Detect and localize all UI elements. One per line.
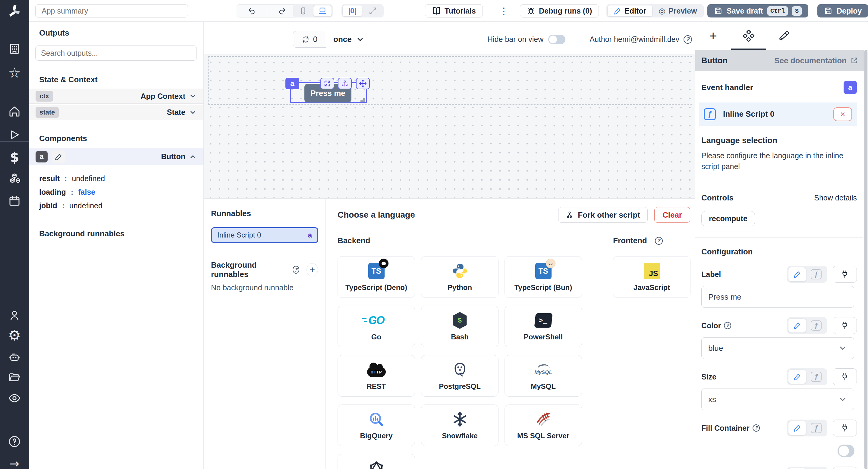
windmill-logo[interactable] — [0, 4, 29, 19]
lang-python[interactable]: Python — [421, 256, 498, 298]
app-summary-input[interactable] — [35, 4, 188, 18]
runnable-inline-script-0[interactable]: Inline Script 0 a — [211, 227, 318, 243]
save-draft-button[interactable]: Save draft Ctrl S — [707, 4, 808, 18]
redo-button[interactable] — [267, 4, 297, 17]
lang-rest[interactable]: HTTP REST — [338, 355, 415, 397]
resources-boxes-icon[interactable] — [0, 173, 29, 185]
search-outputs-input[interactable] — [35, 45, 197, 61]
connect-plug-button[interactable] — [833, 368, 857, 385]
more-menu-icon[interactable]: ⋮ — [498, 4, 510, 18]
expr-mode-button[interactable]: ƒ — [806, 372, 826, 382]
app-canvas[interactable]: 0 once Hide bar on view Author henri@win… — [204, 22, 695, 198]
run-mode-dropdown[interactable]: once — [333, 31, 364, 48]
center-layout-button[interactable]: |0| — [342, 5, 362, 17]
prop-result[interactable]: result:undefined — [39, 174, 204, 183]
static-mode-button[interactable] — [788, 468, 806, 469]
deploy-button[interactable]: Deploy — [817, 4, 868, 18]
lang-typescript-bun[interactable]: TS TypeScript (Bun) — [504, 256, 582, 298]
help-icon[interactable] — [0, 435, 29, 448]
label-input[interactable] — [701, 286, 854, 308]
size-select[interactable]: xs — [701, 388, 854, 410]
settings-gear-icon[interactable]: ⚙ — [0, 327, 29, 344]
refresh-count-button[interactable]: 0 — [293, 31, 326, 48]
folders-icon[interactable] — [0, 371, 29, 384]
lang-go[interactable]: GO Go — [338, 306, 415, 347]
static-mode-button[interactable] — [788, 267, 806, 282]
lang-mssql[interactable]: MS SQL Server — [504, 405, 582, 446]
static-mode-button[interactable] — [788, 370, 806, 384]
info-icon[interactable]: ? — [655, 237, 663, 245]
lang-typescript-deno[interactable]: TS TypeScript (Deno) — [338, 256, 415, 298]
apps-icon[interactable] — [0, 43, 29, 55]
lang-javascript[interactable]: JS JavaScript — [613, 256, 690, 298]
show-details-link[interactable]: Show details — [814, 193, 857, 202]
info-icon[interactable]: ? — [752, 425, 760, 432]
color-select[interactable]: blue — [701, 337, 854, 359]
component-id-badge: a — [36, 151, 48, 162]
pencil-icon — [614, 7, 621, 15]
prop-loading[interactable]: loading:false — [39, 188, 204, 196]
state-row[interactable]: state State — [29, 105, 204, 120]
schedules-calendar-icon[interactable] — [0, 195, 29, 207]
lang-postgresql[interactable]: PostgreSQL — [421, 355, 498, 397]
prop-jobid[interactable]: jobId:undefined — [39, 201, 204, 210]
info-icon[interactable]: ? — [293, 266, 300, 274]
expand-handle-icon[interactable] — [320, 78, 334, 89]
workers-robot-icon[interactable] — [0, 351, 29, 364]
tab-add-component[interactable]: + — [695, 22, 731, 50]
anchor-handle-icon[interactable]: ⚓ — [338, 78, 352, 89]
lang-snowflake[interactable]: Snowflake — [421, 405, 498, 446]
mobile-view-button[interactable] — [294, 5, 313, 17]
see-documentation-link[interactable]: See documentation — [774, 56, 858, 65]
tutorials-button[interactable]: Tutorials — [425, 4, 483, 18]
rename-pencil-icon[interactable] — [52, 150, 65, 163]
lang-powershell[interactable]: >_ PowerShell — [504, 306, 582, 347]
event-handler-script[interactable]: ƒ Inline Script 0 × — [699, 102, 857, 126]
lang-mysql[interactable]: MySQL MySQL — [504, 355, 582, 397]
fill-container-toggle[interactable] — [838, 445, 855, 457]
clear-button[interactable]: Clear — [654, 207, 690, 223]
remove-script-button[interactable]: × — [833, 107, 852, 121]
resize-handle[interactable] — [361, 98, 365, 102]
fork-other-script-button[interactable]: Fork other script — [558, 207, 648, 223]
variables-dollar-icon[interactable]: $ — [0, 150, 29, 165]
tab-preview[interactable]: ◎ Preview — [652, 5, 703, 17]
info-icon[interactable]: ? — [724, 322, 731, 329]
audit-eye-icon[interactable] — [0, 392, 29, 405]
expr-mode-button[interactable]: ƒ — [806, 423, 826, 433]
component-row-button[interactable]: a Button — [29, 148, 204, 165]
recompute-chip[interactable]: recompute — [701, 211, 755, 226]
lang-bigquery[interactable]: BigQuery — [338, 405, 415, 446]
settings-scrollbar[interactable] — [864, 50, 868, 469]
static-mode-button[interactable] — [788, 318, 806, 333]
runs-play-icon[interactable] — [0, 129, 29, 140]
tab-editor[interactable]: Editor — [607, 5, 652, 17]
expr-mode-button[interactable]: ƒ — [806, 320, 826, 331]
user-icon[interactable] — [0, 309, 29, 321]
collapse-arrow-icon[interactable]: → — [0, 457, 29, 469]
connect-plug-button[interactable] — [833, 419, 857, 436]
expr-mode-button[interactable]: ƒ — [806, 269, 826, 279]
connect-plug-button[interactable] — [833, 467, 857, 469]
field-size: Size ƒ xs — [701, 368, 857, 410]
tab-component-settings[interactable] — [731, 22, 767, 50]
static-mode-button[interactable] — [788, 421, 806, 435]
tab-styling[interactable] — [767, 22, 802, 50]
canvas-grid[interactable]: a ⚓ Press me − 100% + — [204, 54, 695, 198]
info-icon[interactable]: ? — [684, 35, 692, 44]
add-background-runnable-button[interactable]: + — [307, 263, 318, 276]
hide-bar-toggle[interactable] — [548, 35, 565, 44]
lang-bash[interactable]: $ Bash — [421, 306, 498, 347]
ctx-row[interactable]: ctx App Context — [29, 89, 204, 104]
undo-button[interactable] — [237, 4, 267, 17]
favorites-star-icon[interactable]: ☆ — [0, 64, 29, 81]
full-width-button[interactable] — [363, 5, 383, 17]
debug-runs-button[interactable]: Debug runs (0) — [520, 4, 599, 18]
lang-graphql[interactable]: GraphQL — [338, 454, 415, 469]
connect-plug-button[interactable] — [833, 266, 857, 283]
desktop-view-button[interactable] — [313, 5, 332, 17]
connect-plug-button[interactable] — [833, 317, 857, 334]
home-icon[interactable] — [0, 105, 29, 118]
canvas-dropzone[interactable] — [208, 56, 692, 104]
move-handle-icon[interactable] — [356, 78, 370, 89]
